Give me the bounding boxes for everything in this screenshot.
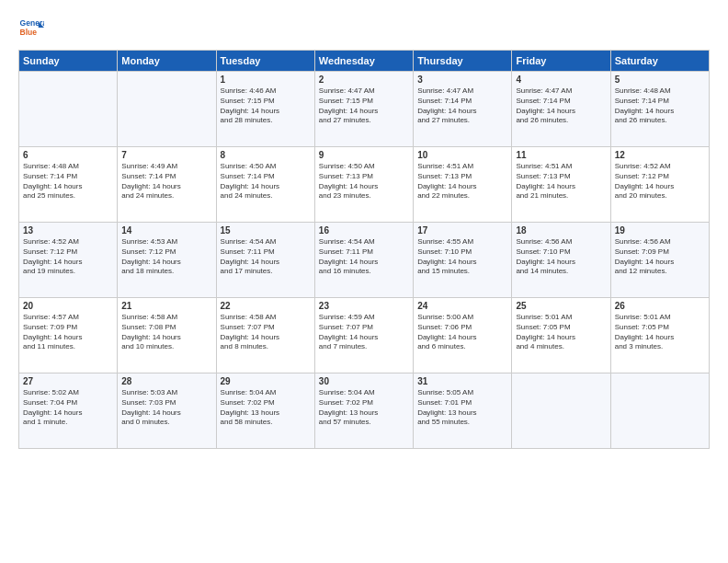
calendar-cell: 14Sunrise: 4:53 AM Sunset: 7:12 PM Dayli… [118, 223, 216, 298]
day-detail: Sunrise: 4:49 AM Sunset: 7:14 PM Dayligh… [121, 162, 211, 201]
week-row-4: 20Sunrise: 4:57 AM Sunset: 7:09 PM Dayli… [19, 298, 710, 373]
day-detail: Sunrise: 4:53 AM Sunset: 7:12 PM Dayligh… [121, 237, 211, 277]
day-detail: Sunrise: 4:47 AM Sunset: 7:14 PM Dayligh… [516, 86, 606, 126]
weekday-header-saturday: Saturday [610, 51, 709, 72]
day-detail: Sunrise: 4:50 AM Sunset: 7:13 PM Dayligh… [319, 162, 409, 201]
logo: General Blue [18, 15, 48, 40]
day-number: 4 [516, 75, 606, 85]
header: General Blue [18, 15, 710, 40]
day-number: 17 [417, 225, 507, 236]
day-detail: Sunrise: 4:54 AM Sunset: 7:11 PM Dayligh… [319, 237, 409, 277]
weekday-header-sunday: Sunday [19, 51, 118, 72]
day-detail: Sunrise: 4:55 AM Sunset: 7:10 PM Dayligh… [417, 237, 507, 277]
calendar-table: SundayMondayTuesdayWednesdayThursdayFrid… [18, 50, 710, 449]
calendar-cell: 25Sunrise: 5:01 AM Sunset: 7:05 PM Dayli… [512, 298, 610, 373]
calendar-cell: 16Sunrise: 4:54 AM Sunset: 7:11 PM Dayli… [314, 223, 413, 298]
calendar-cell [19, 72, 118, 147]
day-number: 23 [319, 301, 409, 311]
day-detail: Sunrise: 4:58 AM Sunset: 7:08 PM Dayligh… [121, 313, 211, 352]
calendar-cell: 30Sunrise: 5:04 AM Sunset: 7:02 PM Dayli… [314, 373, 413, 449]
day-detail: Sunrise: 5:01 AM Sunset: 7:05 PM Dayligh… [615, 313, 705, 352]
calendar-cell: 6Sunrise: 4:48 AM Sunset: 7:14 PM Daylig… [19, 147, 118, 223]
day-number: 28 [121, 376, 211, 386]
day-number: 6 [23, 150, 113, 160]
day-number: 31 [417, 376, 507, 386]
calendar-cell: 22Sunrise: 4:58 AM Sunset: 7:07 PM Dayli… [216, 298, 314, 373]
day-detail: Sunrise: 5:02 AM Sunset: 7:04 PM Dayligh… [23, 388, 113, 428]
calendar-cell: 31Sunrise: 5:05 AM Sunset: 7:01 PM Dayli… [414, 373, 512, 449]
day-number: 12 [615, 150, 705, 160]
day-number: 18 [516, 225, 606, 236]
day-detail: Sunrise: 4:54 AM Sunset: 7:11 PM Dayligh… [221, 237, 311, 277]
week-row-2: 6Sunrise: 4:48 AM Sunset: 7:14 PM Daylig… [19, 147, 710, 223]
day-number: 24 [417, 301, 507, 311]
day-number: 11 [516, 150, 606, 160]
day-detail: Sunrise: 5:04 AM Sunset: 7:02 PM Dayligh… [221, 388, 311, 428]
day-detail: Sunrise: 4:46 AM Sunset: 7:15 PM Dayligh… [221, 86, 311, 126]
day-detail: Sunrise: 5:00 AM Sunset: 7:06 PM Dayligh… [417, 313, 507, 352]
weekday-header-thursday: Thursday [414, 51, 512, 72]
day-detail: Sunrise: 5:04 AM Sunset: 7:02 PM Dayligh… [319, 388, 409, 428]
day-number: 2 [319, 75, 409, 85]
calendar-cell: 12Sunrise: 4:52 AM Sunset: 7:12 PM Dayli… [610, 147, 709, 223]
day-number: 13 [23, 225, 113, 236]
day-number: 20 [23, 301, 113, 311]
day-detail: Sunrise: 4:52 AM Sunset: 7:12 PM Dayligh… [23, 237, 113, 277]
calendar-cell: 8Sunrise: 4:50 AM Sunset: 7:14 PM Daylig… [216, 147, 314, 223]
day-detail: Sunrise: 4:59 AM Sunset: 7:07 PM Dayligh… [319, 313, 409, 352]
day-detail: Sunrise: 4:48 AM Sunset: 7:14 PM Dayligh… [23, 162, 113, 201]
week-row-3: 13Sunrise: 4:52 AM Sunset: 7:12 PM Dayli… [19, 223, 710, 298]
day-number: 7 [121, 150, 211, 160]
day-detail: Sunrise: 4:56 AM Sunset: 7:09 PM Dayligh… [615, 237, 705, 277]
day-number: 25 [516, 301, 606, 311]
calendar-cell: 20Sunrise: 4:57 AM Sunset: 7:09 PM Dayli… [19, 298, 118, 373]
week-row-1: 1Sunrise: 4:46 AM Sunset: 7:15 PM Daylig… [19, 72, 710, 147]
calendar-cell: 24Sunrise: 5:00 AM Sunset: 7:06 PM Dayli… [414, 298, 512, 373]
weekday-header-row: SundayMondayTuesdayWednesdayThursdayFrid… [19, 51, 710, 72]
day-number: 29 [221, 376, 311, 386]
calendar-cell: 27Sunrise: 5:02 AM Sunset: 7:04 PM Dayli… [19, 373, 118, 449]
day-number: 16 [319, 225, 409, 236]
day-detail: Sunrise: 5:03 AM Sunset: 7:03 PM Dayligh… [121, 388, 211, 428]
day-detail: Sunrise: 4:51 AM Sunset: 7:13 PM Dayligh… [417, 162, 507, 201]
calendar-cell: 21Sunrise: 4:58 AM Sunset: 7:08 PM Dayli… [118, 298, 216, 373]
weekday-header-monday: Monday [118, 51, 216, 72]
calendar-cell: 13Sunrise: 4:52 AM Sunset: 7:12 PM Dayli… [19, 223, 118, 298]
day-number: 15 [221, 225, 311, 236]
day-detail: Sunrise: 4:47 AM Sunset: 7:15 PM Dayligh… [319, 86, 409, 126]
day-number: 5 [615, 75, 705, 85]
calendar-cell: 17Sunrise: 4:55 AM Sunset: 7:10 PM Dayli… [414, 223, 512, 298]
calendar-cell: 10Sunrise: 4:51 AM Sunset: 7:13 PM Dayli… [414, 147, 512, 223]
day-number: 1 [221, 75, 311, 85]
calendar-cell: 29Sunrise: 5:04 AM Sunset: 7:02 PM Dayli… [216, 373, 314, 449]
calendar-cell: 5Sunrise: 4:48 AM Sunset: 7:14 PM Daylig… [610, 72, 709, 147]
calendar-cell: 26Sunrise: 5:01 AM Sunset: 7:05 PM Dayli… [610, 298, 709, 373]
day-number: 9 [319, 150, 409, 160]
day-detail: Sunrise: 4:47 AM Sunset: 7:14 PM Dayligh… [417, 86, 507, 126]
calendar-cell: 23Sunrise: 4:59 AM Sunset: 7:07 PM Dayli… [314, 298, 413, 373]
day-detail: Sunrise: 4:50 AM Sunset: 7:14 PM Dayligh… [221, 162, 311, 201]
day-number: 14 [121, 225, 211, 236]
calendar-cell: 19Sunrise: 4:56 AM Sunset: 7:09 PM Dayli… [610, 223, 709, 298]
weekday-header-wednesday: Wednesday [314, 51, 413, 72]
day-detail: Sunrise: 4:52 AM Sunset: 7:12 PM Dayligh… [615, 162, 705, 201]
day-detail: Sunrise: 4:51 AM Sunset: 7:13 PM Dayligh… [516, 162, 606, 201]
day-detail: Sunrise: 4:56 AM Sunset: 7:10 PM Dayligh… [516, 237, 606, 277]
calendar-cell [118, 72, 216, 147]
day-number: 21 [121, 301, 211, 311]
calendar-cell: 1Sunrise: 4:46 AM Sunset: 7:15 PM Daylig… [216, 72, 314, 147]
logo-icon: General Blue [18, 15, 44, 40]
day-detail: Sunrise: 5:01 AM Sunset: 7:05 PM Dayligh… [516, 313, 606, 352]
day-number: 8 [221, 150, 311, 160]
weekday-header-tuesday: Tuesday [216, 51, 314, 72]
calendar-cell [512, 373, 610, 449]
week-row-5: 27Sunrise: 5:02 AM Sunset: 7:04 PM Dayli… [19, 373, 710, 449]
calendar-cell: 2Sunrise: 4:47 AM Sunset: 7:15 PM Daylig… [314, 72, 413, 147]
weekday-header-friday: Friday [512, 51, 610, 72]
day-number: 30 [319, 376, 409, 386]
day-detail: Sunrise: 4:58 AM Sunset: 7:07 PM Dayligh… [221, 313, 311, 352]
calendar-cell: 28Sunrise: 5:03 AM Sunset: 7:03 PM Dayli… [118, 373, 216, 449]
calendar-cell: 15Sunrise: 4:54 AM Sunset: 7:11 PM Dayli… [216, 223, 314, 298]
day-detail: Sunrise: 5:05 AM Sunset: 7:01 PM Dayligh… [417, 388, 507, 428]
calendar-cell: 18Sunrise: 4:56 AM Sunset: 7:10 PM Dayli… [512, 223, 610, 298]
